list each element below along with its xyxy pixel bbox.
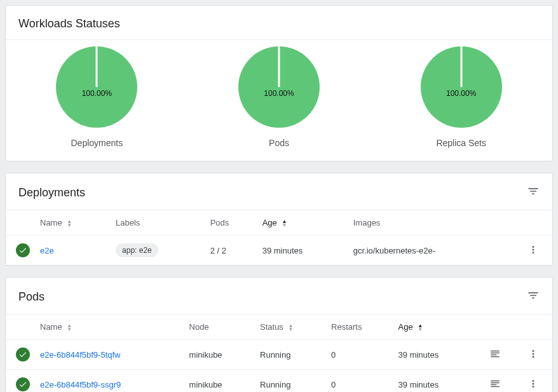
logs-icon[interactable] — [489, 382, 501, 391]
charts-row: 100.00% Deployments 100.00% Pods 100.00%… — [6, 40, 552, 161]
more-icon[interactable] — [527, 248, 539, 257]
table-row: e2e-6b844f5bf9-ssgr9 minikube Running 0 … — [6, 370, 552, 393]
status-ok-icon — [16, 377, 30, 391]
status-value: Running — [255, 370, 326, 393]
col-node[interactable]: Node — [184, 314, 255, 340]
age-value: 39 minutes — [393, 340, 476, 370]
pods-card: Pods Name ▲▼ Node Status ▲▼ Restarts Age — [5, 277, 553, 392]
status-ok-icon — [16, 243, 30, 257]
restarts-value: 0 — [326, 340, 393, 370]
workloads-title: Workloads Statuses — [6, 6, 552, 40]
images-value: gcr.io/kubernetes-e2e- — [348, 236, 514, 266]
col-name[interactable]: Name ▲▼ — [35, 210, 111, 236]
chart-label-pods: Pods — [269, 138, 289, 148]
col-name[interactable]: Name ▲▼ — [35, 314, 184, 340]
age-value: 39 minutes — [393, 370, 476, 393]
pod-link[interactable]: e2e-6b844f5bf9-5tqfw — [40, 350, 120, 360]
deployments-title: Deployments — [18, 186, 85, 199]
pods-table: Name ▲▼ Node Status ▲▼ Restarts Age ▲▼ — [6, 314, 552, 392]
pod-link[interactable]: e2e-6b844f5bf9-ssgr9 — [40, 380, 121, 389]
label-chip: app: e2e — [116, 243, 158, 257]
more-icon[interactable] — [527, 382, 539, 391]
more-icon[interactable] — [527, 352, 539, 362]
logs-icon[interactable] — [489, 352, 501, 362]
chart-deployments: 100.00% Deployments — [6, 46, 188, 148]
col-age[interactable]: Age ▲▼ — [393, 314, 476, 340]
col-status[interactable]: Status ▲▼ — [255, 314, 326, 340]
age-value: 39 minutes — [257, 236, 348, 266]
donut-pods: 100.00% — [238, 46, 320, 128]
table-row: e2e-6b844f5bf9-5tqfw minikube Running 0 … — [6, 340, 552, 370]
donut-pct-pods: 100.00% — [264, 89, 294, 98]
pods-title: Pods — [18, 290, 44, 304]
col-restarts[interactable]: Restarts — [326, 314, 393, 340]
chart-pods: 100.00% Pods — [188, 46, 371, 148]
table-row: e2e app: e2e 2 / 2 39 minutes gcr.io/kub… — [6, 236, 552, 266]
status-ok-icon — [16, 348, 30, 362]
chart-label-deployments: Deployments — [71, 138, 123, 148]
donut-pct-replicasets: 100.00% — [446, 89, 476, 98]
restarts-value: 0 — [326, 370, 393, 393]
donut-replicasets: 100.00% — [421, 46, 502, 128]
filter-icon[interactable] — [527, 289, 540, 305]
deployments-table: Name ▲▼ Labels Pods Age ▲▼ Images — [6, 210, 552, 265]
pods-count: 2 / 2 — [205, 236, 257, 266]
node-value: minikube — [184, 340, 255, 370]
node-value: minikube — [184, 370, 255, 393]
deployments-title-row: Deployments — [6, 173, 552, 210]
deployment-link[interactable]: e2e — [40, 246, 54, 255]
workloads-status-card: Workloads Statuses 100.00% Deployments 1… — [5, 5, 553, 161]
col-images[interactable]: Images — [348, 210, 514, 236]
filter-icon[interactable] — [527, 185, 540, 201]
deployments-card: Deployments Name ▲▼ Labels Pods Age ▲▼ I… — [5, 173, 553, 266]
col-pods[interactable]: Pods — [205, 210, 257, 236]
status-value: Running — [255, 340, 326, 370]
col-age[interactable]: Age ▲▼ — [257, 210, 348, 236]
chart-replicasets: 100.00% Replica Sets — [370, 46, 552, 148]
donut-pct-deployments: 100.00% — [82, 89, 112, 98]
donut-deployments: 100.00% — [56, 46, 137, 128]
col-labels[interactable]: Labels — [111, 210, 205, 236]
chart-label-replicasets: Replica Sets — [436, 138, 486, 148]
pods-title-row: Pods — [6, 278, 552, 314]
